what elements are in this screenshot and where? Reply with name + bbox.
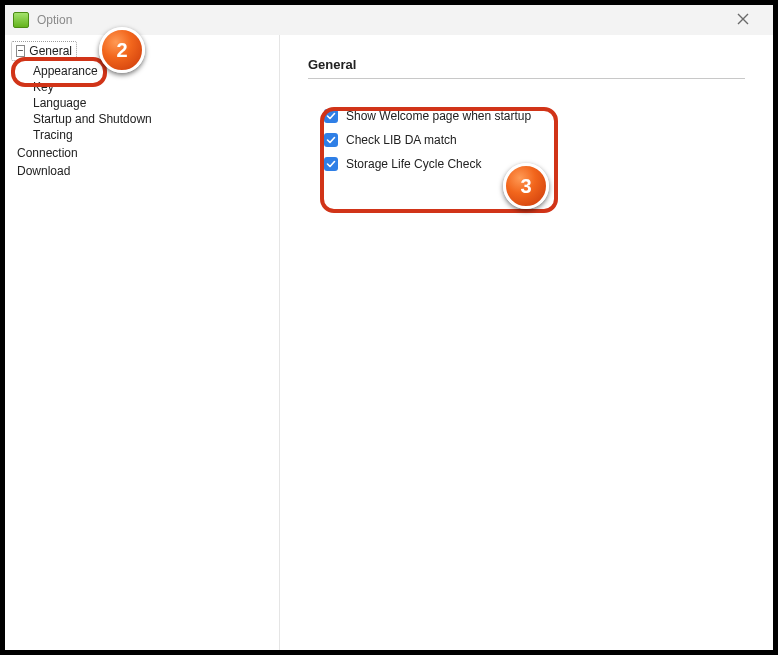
tree-node-appearance[interactable]: Appearance <box>33 63 279 79</box>
checkbox-label: Check LIB DA match <box>346 133 457 147</box>
tree-node-language[interactable]: Language <box>33 95 279 111</box>
checkmark-icon <box>326 135 336 145</box>
content-area: − General Appearance Key Language Startu… <box>5 35 773 650</box>
titlebar: Option <box>5 5 773 35</box>
tree-children: Appearance Key Language Startup and Shut… <box>33 63 279 143</box>
divider <box>308 78 745 79</box>
tree-node-startup-shutdown[interactable]: Startup and Shutdown <box>33 111 279 127</box>
tree-node-connection[interactable]: Connection <box>17 145 279 161</box>
main-panel: General Show Welcome page when startup C… <box>280 35 773 650</box>
check-row-storage-life: Storage Life Cycle Check <box>324 157 731 171</box>
checkbox-label: Show Welcome page when startup <box>346 109 531 123</box>
window-title: Option <box>37 13 72 27</box>
checkbox-label: Storage Life Cycle Check <box>346 157 481 171</box>
panel-heading: General <box>308 57 745 72</box>
app-icon <box>13 12 29 28</box>
check-row-lib-da: Check LIB DA match <box>324 133 731 147</box>
checkmark-icon <box>326 111 336 121</box>
check-row-welcome: Show Welcome page when startup <box>324 109 731 123</box>
checkbox-storage-life-cycle[interactable] <box>324 157 338 171</box>
checkbox-show-welcome[interactable] <box>324 109 338 123</box>
close-icon <box>737 11 749 28</box>
tree-node-general[interactable]: − General <box>11 41 77 61</box>
option-window: Option − General Appearance Key Language… <box>0 0 778 655</box>
checkmark-icon <box>326 159 336 169</box>
tree-node-label: General <box>29 44 72 58</box>
tree-node-tracing[interactable]: Tracing <box>33 127 279 143</box>
tree-node-download[interactable]: Download <box>17 163 279 179</box>
nav-tree: − General Appearance Key Language Startu… <box>5 35 280 650</box>
collapse-icon[interactable]: − <box>16 45 25 57</box>
checkbox-lib-da-match[interactable] <box>324 133 338 147</box>
tree-node-key[interactable]: Key <box>33 79 279 95</box>
general-options-group: Show Welcome page when startup Check LIB… <box>308 97 745 189</box>
close-button[interactable] <box>723 9 763 31</box>
